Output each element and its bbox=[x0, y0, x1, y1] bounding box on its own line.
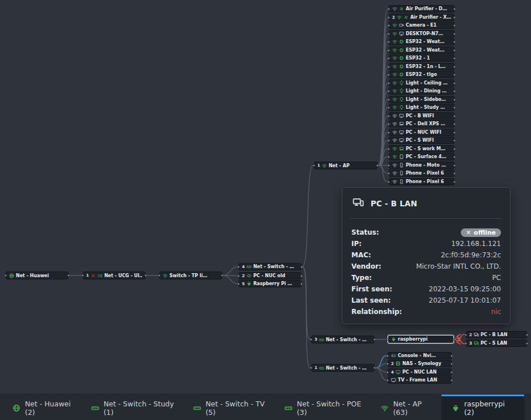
node-handle-right[interactable] bbox=[453, 16, 456, 19]
graph-node-dev-pc-nuc-wifi[interactable]: PC - NUC WIFI bbox=[389, 129, 454, 136]
node-handle-left[interactable] bbox=[237, 266, 240, 268]
node-handle-left[interactable] bbox=[388, 115, 390, 117]
graph-node-dev-pc-s-wifi[interactable]: PC - S WIFI bbox=[389, 137, 454, 144]
node-handle-left[interactable] bbox=[388, 181, 390, 183]
node-handle-right[interactable] bbox=[67, 274, 70, 277]
node-handle-left[interactable] bbox=[465, 334, 467, 336]
node-handle-left[interactable] bbox=[388, 8, 390, 10]
node-handle-right[interactable] bbox=[453, 123, 456, 125]
node-handle-left[interactable] bbox=[388, 16, 390, 19]
graph-node-dev-pc-dell-xps[interactable]: PC - Dell XPS … bbox=[389, 120, 454, 128]
node-handle-left[interactable] bbox=[386, 363, 389, 365]
graph-node-dev-camera-e1[interactable]: Camera - E1 bbox=[389, 22, 454, 29]
node-handle-left[interactable] bbox=[386, 355, 389, 357]
graph-node-pc-nuc-old[interactable]: 2PC - NUC old bbox=[239, 272, 301, 279]
node-handle-left[interactable] bbox=[386, 371, 389, 374]
node-handle-right[interactable] bbox=[145, 274, 147, 277]
node-handle-left[interactable] bbox=[388, 82, 390, 84]
graph-node-pc-nuc-lan[interactable]: 4PC - NUC LAN bbox=[388, 368, 452, 376]
node-handle-right[interactable] bbox=[300, 275, 303, 277]
node-handle-right[interactable] bbox=[221, 274, 223, 277]
node-handle-left[interactable] bbox=[388, 139, 390, 142]
node-handle-left[interactable] bbox=[388, 107, 390, 109]
graph-node-net-huawei[interactable]: Net - Huawei bbox=[6, 271, 69, 279]
node-handle-right[interactable] bbox=[453, 139, 456, 142]
node-handle-left[interactable] bbox=[5, 274, 7, 277]
node-handle-right[interactable] bbox=[453, 181, 456, 183]
node-handle-left[interactable] bbox=[388, 148, 390, 150]
node-handle-left[interactable] bbox=[388, 57, 390, 60]
graph-node-dev-phone-pixel-2[interactable]: Phone - Pixel 6 bbox=[389, 178, 454, 185]
node-handle-right[interactable] bbox=[373, 367, 376, 369]
node-handle-right[interactable] bbox=[453, 24, 456, 27]
graph-node-dev-light-ceiling[interactable]: Light - Ceiling … bbox=[389, 79, 454, 87]
tab-raspberrypi[interactable]: raspberrypi (2) bbox=[441, 394, 524, 420]
graph-node-net-ucg[interactable]: 1Net - UCG - Ul… bbox=[83, 271, 146, 279]
graph-node-dev-light-sideboard[interactable]: Light - Sidebo… bbox=[389, 96, 454, 103]
graph-node-dev-air-purifier-x[interactable]: 2Air Purifier - X… bbox=[389, 14, 454, 21]
graph-node-nas-synology[interactable]: 2NAS - Synology bbox=[388, 360, 452, 367]
node-handle-left[interactable] bbox=[310, 338, 312, 341]
node-handle-left[interactable] bbox=[388, 164, 390, 167]
graph-node-dev-phone-pixel-1[interactable]: Phone - Pixel 6 bbox=[389, 169, 454, 177]
graph-node-switch-tp[interactable]: Switch - TP li… bbox=[159, 271, 222, 279]
graph-node-net-switch-1[interactable]: 1Net - Switch - … bbox=[311, 364, 375, 372]
node-handle-left[interactable] bbox=[388, 131, 390, 134]
node-handle-right[interactable] bbox=[453, 82, 456, 84]
graph-node-dev-esp32-tlgo[interactable]: ESP32 - tlgo bbox=[389, 71, 454, 78]
node-handle-left[interactable] bbox=[386, 338, 389, 341]
node-handle-left[interactable] bbox=[388, 99, 390, 101]
graph-node-dev-esp32-1[interactable]: ESP32 - 1 bbox=[389, 54, 454, 62]
node-handle-right[interactable] bbox=[453, 115, 456, 117]
node-handle-left[interactable] bbox=[237, 275, 240, 277]
node-handle-left[interactable] bbox=[237, 283, 240, 285]
tab-net-ap[interactable]: Net - AP (63) bbox=[375, 394, 441, 420]
graph-node-net-ap[interactable]: 1Net - AP bbox=[314, 162, 377, 169]
graph-node-dev-esp32-weat-1[interactable]: ESP32 - Weat… bbox=[389, 38, 454, 45]
graph-node-dev-desktop-n7[interactable]: DESKTOP-N7… bbox=[389, 30, 454, 37]
node-handle-right[interactable] bbox=[453, 164, 456, 167]
node-handle-right[interactable] bbox=[453, 33, 456, 35]
graph-node-raspberry-pi-old[interactable]: 5Raspberry Pi … bbox=[239, 280, 301, 287]
node-handle-right[interactable] bbox=[526, 334, 528, 336]
node-handle-right[interactable] bbox=[376, 164, 379, 167]
node-handle-left[interactable] bbox=[388, 74, 390, 76]
node-handle-left[interactable] bbox=[388, 24, 390, 27]
node-handle-right[interactable] bbox=[451, 355, 453, 357]
tab-net-switch-tv[interactable]: Net - Switch - TV (5) bbox=[188, 394, 279, 420]
node-handle-right[interactable] bbox=[373, 338, 376, 341]
node-handle-right[interactable] bbox=[453, 148, 456, 150]
node-handle-right[interactable] bbox=[453, 8, 456, 10]
graph-node-dev-phone-moto[interactable]: Phone - Moto … bbox=[389, 162, 454, 169]
node-handle-right[interactable] bbox=[453, 57, 456, 60]
node-handle-left[interactable] bbox=[388, 172, 390, 175]
graph-node-pc-b-lan[interactable]: 2PC - B LAN bbox=[466, 331, 527, 338]
node-handle-left[interactable] bbox=[388, 66, 390, 68]
graph-node-dev-light-study[interactable]: Light - Study … bbox=[389, 104, 454, 111]
node-handle-right[interactable] bbox=[451, 363, 453, 365]
node-handle-right[interactable] bbox=[453, 131, 456, 134]
node-handle-right[interactable] bbox=[451, 379, 453, 381]
node-handle-left[interactable] bbox=[158, 274, 160, 277]
node-handle-left[interactable] bbox=[388, 33, 390, 35]
node-handle-left[interactable] bbox=[388, 123, 390, 125]
node-handle-right[interactable] bbox=[453, 99, 456, 101]
node-handle-right[interactable] bbox=[526, 342, 528, 345]
node-handle-left[interactable] bbox=[388, 49, 390, 52]
tab-net-huawei[interactable]: Net - Huawei (2) bbox=[7, 394, 86, 420]
node-handle-right[interactable] bbox=[453, 49, 456, 52]
node-handle-right[interactable] bbox=[451, 371, 453, 374]
graph-node-dev-pc-s-work[interactable]: PC - S work M… bbox=[389, 145, 454, 152]
node-handle-left[interactable] bbox=[465, 342, 467, 345]
node-handle-right[interactable] bbox=[453, 90, 456, 92]
node-handle-right[interactable] bbox=[453, 338, 455, 341]
tab-net-switch-poe[interactable]: Net - Switch - POE (3) bbox=[279, 394, 375, 420]
graph-node-dev-esp32-1n[interactable]: ESP32 - 1n - L… bbox=[389, 63, 454, 70]
graph-node-pc-s-lan[interactable]: 3PC - S LAN bbox=[466, 340, 527, 347]
node-handle-right[interactable] bbox=[453, 66, 456, 68]
node-handle-right[interactable] bbox=[300, 266, 303, 268]
graph-node-dev-light-dining[interactable]: Light - Dining … bbox=[389, 87, 454, 95]
tab-net-switch-study[interactable]: Net - Switch - Study (1) bbox=[86, 394, 188, 420]
graph-node-raspberrypi[interactable]: raspberrypi bbox=[388, 335, 454, 343]
node-handle-left[interactable] bbox=[82, 274, 84, 277]
